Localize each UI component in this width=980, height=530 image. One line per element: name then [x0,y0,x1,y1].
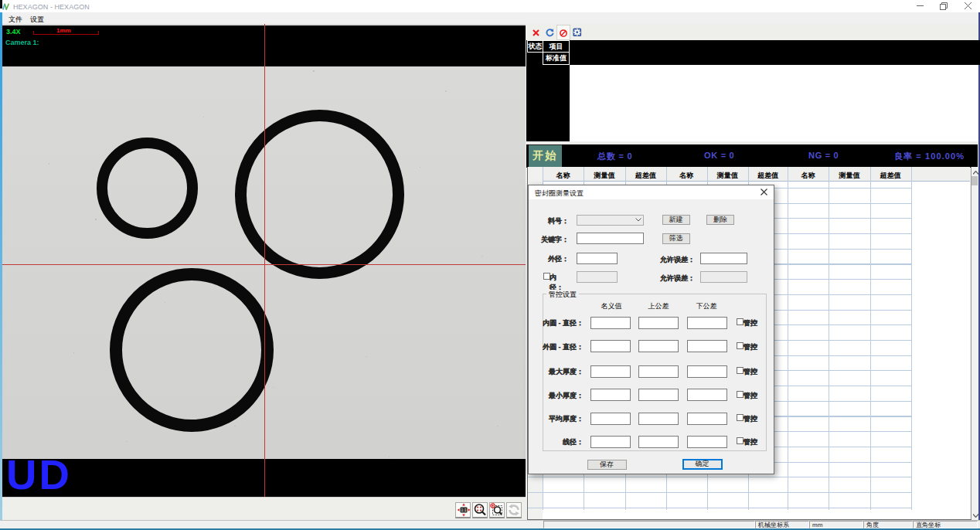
svg-text:1:1: 1:1 [461,508,466,512]
